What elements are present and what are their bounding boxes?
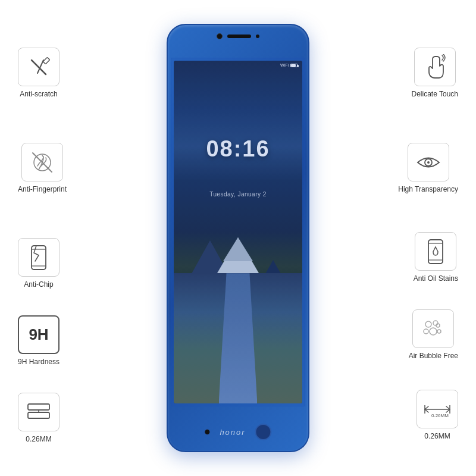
screen-date: Tuesday, January 2 [174, 191, 302, 198]
feature-air-bubble: Air Bubble Free [409, 309, 458, 360]
main-container: Anti-scratch Anti-Fingerprint [0, 0, 476, 476]
scratch-icon [27, 55, 51, 79]
feature-high-transparency: High Transparency [398, 143, 458, 193]
chip-icon [28, 245, 49, 271]
svg-point-21 [437, 330, 441, 333]
river-stream [219, 273, 258, 403]
phone-screen: WiFi 08:16 Tuesday, January 2 [174, 61, 302, 403]
9h-text: 9H [29, 325, 48, 344]
phone-device: WiFi 08:16 Tuesday, January 2 honor [167, 24, 309, 452]
touch-label: Delicate Touch [412, 90, 459, 98]
size-label: 0.26MM [424, 432, 450, 440]
phone-bottom-area: honor [204, 424, 271, 440]
svg-point-20 [430, 328, 437, 335]
phone-body: WiFi 08:16 Tuesday, January 2 honor [167, 24, 309, 452]
svg-point-19 [424, 329, 428, 334]
phone-top-area [217, 33, 259, 39]
oil-icon-box [415, 232, 456, 271]
fingerprint-icon [29, 149, 55, 176]
oil-label: Anti Oil Stains [414, 274, 458, 283]
wifi-icon: WiFi [280, 63, 289, 67]
transparency-label: High Transparency [398, 185, 458, 193]
svg-point-17 [425, 321, 431, 327]
measure-icon: 0.26MM [422, 400, 452, 418]
status-bar: WiFi [174, 63, 302, 67]
anti-fingerprint-label: Anti-Fingerprint [18, 185, 67, 193]
anti-scratch-label: Anti-scratch [20, 90, 57, 98]
feature-delicate-touch: Delicate Touch [412, 48, 459, 98]
feature-anti-fingerprint: Anti-Fingerprint [18, 143, 67, 193]
bottom-camera [204, 429, 210, 435]
feature-thickness-left: 0.26MM [18, 393, 60, 443]
anti-chip-label: Anti-Chip [24, 280, 53, 289]
anti-scratch-icon-box [18, 48, 60, 86]
measure-icon-box: 0.26MM [416, 390, 458, 428]
svg-text:0.26MM: 0.26MM [431, 413, 449, 418]
touch-icon-box [414, 48, 456, 86]
feature-size: 0.26MM 0.26MM [416, 390, 458, 440]
river-area [174, 273, 302, 403]
mountain-peak [217, 237, 259, 273]
feature-9h: 9H 9H Hardness [18, 315, 60, 366]
home-button[interactable] [255, 424, 272, 440]
anti-chip-icon-box [18, 238, 60, 277]
screen-time: 08:16 [174, 136, 302, 162]
anti-fingerprint-icon-box [21, 143, 63, 181]
svg-rect-2 [43, 57, 49, 64]
9h-icon-box: 9H [18, 315, 60, 354]
brand-label: honor [220, 428, 245, 437]
thickness-left-label: 0.26MM [26, 435, 51, 443]
touch-icon [423, 54, 447, 80]
transparency-icon-box [408, 143, 449, 181]
bubble-label: Air Bubble Free [409, 352, 458, 360]
stack-icon-box [18, 393, 60, 431]
sensor [256, 35, 259, 38]
svg-rect-8 [28, 404, 49, 410]
svg-point-13 [427, 161, 430, 164]
front-camera [217, 33, 223, 39]
eye-icon [415, 151, 441, 174]
stack-icon [26, 402, 52, 423]
phone-oil-icon [425, 239, 446, 265]
bubbles-icon [420, 316, 446, 342]
9h-label: 9H Hardness [18, 358, 60, 366]
speaker [227, 35, 251, 38]
feature-anti-scratch: Anti-scratch [18, 48, 60, 98]
battery-fill [291, 64, 296, 67]
screen-wallpaper: WiFi 08:16 Tuesday, January 2 [174, 61, 302, 403]
svg-rect-9 [28, 412, 49, 418]
feature-anti-chip: Anti-Chip [18, 238, 60, 289]
feature-anti-oil: Anti Oil Stains [414, 232, 458, 283]
svg-point-18 [433, 321, 438, 325]
battery-icon [290, 64, 298, 67]
bubble-icon-box [412, 309, 454, 348]
